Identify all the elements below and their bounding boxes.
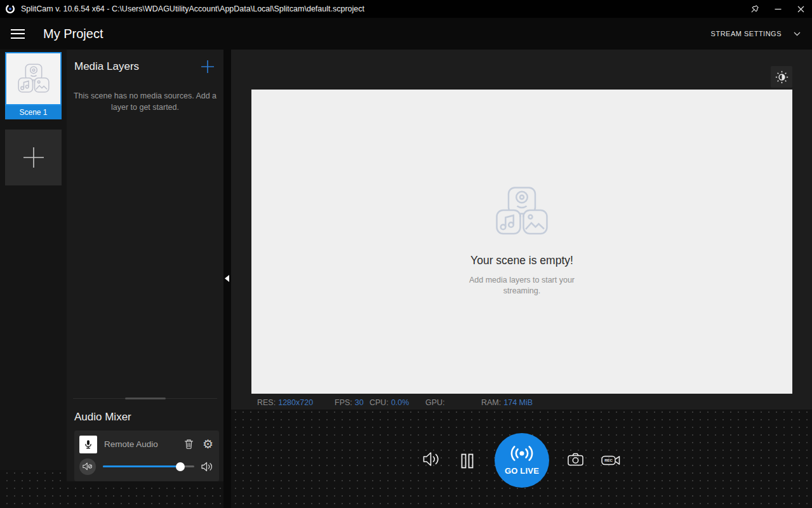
pin-window-button[interactable] bbox=[743, 0, 766, 18]
pause-button[interactable] bbox=[461, 453, 474, 469]
empty-scene-subtitle: Add media layers to start your streaming… bbox=[467, 275, 576, 297]
menu-icon[interactable] bbox=[11, 26, 25, 41]
stream-settings-button[interactable]: STREAM SETTINGS bbox=[711, 30, 812, 37]
volume-slider-thumb[interactable] bbox=[176, 462, 185, 471]
add-layer-button[interactable] bbox=[201, 60, 215, 74]
go-live-button[interactable]: GO LIVE bbox=[495, 433, 549, 488]
minimize-icon bbox=[775, 6, 782, 13]
rec-label: REC bbox=[604, 458, 613, 462]
scene-label: Scene 1 bbox=[5, 105, 62, 119]
mute-button[interactable] bbox=[79, 458, 96, 475]
volume-slider-fill bbox=[103, 465, 180, 467]
snapshot-button[interactable] bbox=[568, 453, 583, 466]
trash-icon bbox=[184, 439, 194, 450]
scene-item-1[interactable]: Scene 1 bbox=[5, 52, 62, 119]
media-layers-panel: Media Layers This scene has no media sou… bbox=[67, 50, 223, 481]
audio-settings-button[interactable]: ⚙ bbox=[203, 438, 213, 450]
status-gpu: GPU: bbox=[425, 398, 448, 407]
brightness-button[interactable] bbox=[771, 66, 792, 88]
media-layers-empty-text: This scene has no media sources. Add a l… bbox=[72, 91, 218, 113]
status-resolution: RES:1280x720 bbox=[257, 398, 313, 407]
speaker-icon bbox=[423, 451, 441, 467]
microphone-icon bbox=[79, 436, 97, 453]
camera-icon bbox=[568, 453, 583, 466]
media-scene-icon bbox=[491, 187, 552, 237]
splitcam-logo-icon bbox=[5, 4, 15, 14]
delete-audio-source-button[interactable] bbox=[183, 438, 195, 451]
status-fps: FPS:30 bbox=[335, 398, 364, 407]
brightness-sun-icon bbox=[775, 70, 789, 84]
scene-thumbnail[interactable] bbox=[5, 52, 62, 105]
preview-section: Your scene is empty! Add media layers to… bbox=[231, 50, 812, 410]
plus-icon bbox=[22, 146, 45, 169]
panel-splitter[interactable] bbox=[223, 50, 231, 508]
page-title: My Project bbox=[43, 27, 103, 41]
add-scene-button[interactable] bbox=[5, 130, 62, 185]
stream-settings-label: STREAM SETTINGS bbox=[711, 30, 782, 37]
chevron-down-icon bbox=[794, 32, 801, 36]
media-scene-icon bbox=[15, 64, 52, 95]
minimize-button[interactable] bbox=[766, 0, 789, 18]
audio-output-button[interactable] bbox=[423, 451, 441, 467]
window-controls bbox=[743, 0, 812, 18]
media-layers-title: Media Layers bbox=[74, 60, 139, 73]
close-button[interactable] bbox=[789, 0, 812, 18]
empty-scene-state: Your scene is empty! Add media layers to… bbox=[467, 187, 576, 297]
close-icon bbox=[797, 6, 804, 13]
main-area: Your scene is empty! Add media layers to… bbox=[231, 50, 812, 508]
empty-scene-title: Your scene is empty! bbox=[470, 254, 573, 267]
collapse-panel-icon[interactable] bbox=[225, 275, 229, 282]
go-live-label: GO LIVE bbox=[505, 466, 539, 476]
status-cpu: CPU:0.0% bbox=[369, 398, 409, 407]
preview-canvas[interactable]: Your scene is empty! Add media layers to… bbox=[251, 90, 792, 394]
window-title: SplitCam v. 10.6.54 x64 - C:\Users\WDAGU… bbox=[21, 4, 364, 13]
app-header: My Project STREAM SETTINGS bbox=[0, 18, 812, 50]
pin-icon bbox=[750, 4, 759, 13]
plus-icon bbox=[201, 60, 215, 74]
rec-video-icon: REC bbox=[601, 454, 621, 467]
pause-icon bbox=[461, 453, 474, 469]
audio-source-card: Remote Audio ⚙ bbox=[74, 431, 219, 481]
broadcast-icon bbox=[510, 445, 534, 462]
audio-mixer-title: Audio Mixer bbox=[74, 411, 223, 424]
speaker-icon bbox=[201, 462, 213, 472]
record-button[interactable]: REC bbox=[601, 454, 621, 467]
volume-slider[interactable] bbox=[103, 462, 194, 471]
audio-source-name: Remote Audio bbox=[104, 439, 158, 449]
scenes-sidebar: Scene 1 bbox=[0, 50, 67, 470]
status-ram: RAM:174 MiB bbox=[481, 398, 533, 407]
speaker-muted-icon bbox=[83, 462, 93, 471]
panel-resize-handle[interactable] bbox=[73, 397, 217, 401]
titlebar: SplitCam v. 10.6.54 x64 - C:\Users\WDAGU… bbox=[0, 0, 812, 18]
status-bar: RES:1280x720 FPS:30 CPU:0.0% GPU: RAM:17… bbox=[231, 397, 812, 410]
